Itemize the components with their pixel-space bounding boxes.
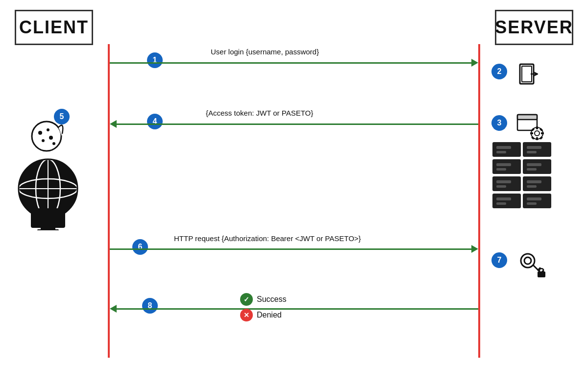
- svg-rect-35: [496, 197, 511, 200]
- svg-rect-29: [496, 180, 511, 183]
- arrow-label-6: HTTP request {Authorization: Bearer <JWT…: [174, 234, 361, 243]
- arrow-head-8: [110, 305, 117, 313]
- svg-rect-26: [527, 163, 541, 166]
- svg-point-42: [47, 128, 49, 131]
- response-denied-row: ✕ Denied: [240, 309, 286, 321]
- server-box: SERVER: [495, 10, 573, 45]
- svg-rect-8: [536, 126, 538, 129]
- server-login-icon: [516, 61, 541, 89]
- response-success-row: ✓ Success: [240, 293, 286, 306]
- svg-rect-60: [538, 271, 545, 277]
- arrow-line-4: [117, 123, 478, 125]
- vline-right: [478, 44, 480, 358]
- svg-rect-22: [492, 159, 521, 174]
- badge-7: 7: [491, 252, 507, 268]
- svg-rect-18: [496, 151, 506, 153]
- svg-rect-52: [31, 208, 65, 228]
- client-label: CLIENT: [19, 17, 89, 38]
- svg-rect-34: [492, 194, 521, 208]
- denied-label: Denied: [257, 311, 282, 319]
- svg-point-44: [42, 139, 45, 142]
- svg-rect-36: [496, 202, 506, 205]
- success-icon: ✓: [240, 293, 253, 306]
- arrow-head-1: [471, 59, 478, 67]
- arrow-head-4: [110, 120, 117, 128]
- arrow-line-6: [110, 248, 471, 250]
- arrow-row-4: [110, 120, 478, 128]
- response-items: ✓ Success ✕ Denied: [240, 293, 286, 324]
- svg-point-43: [49, 136, 53, 140]
- svg-rect-5: [517, 115, 537, 120]
- svg-point-41: [38, 131, 42, 135]
- client-box: CLIENT: [15, 10, 93, 45]
- diagram: CLIENT SERVER 1 User login {username, pa…: [0, 0, 588, 368]
- svg-rect-20: [527, 146, 541, 149]
- arrow-line-8: [117, 308, 478, 310]
- arrow-row-6: [110, 245, 478, 253]
- svg-rect-19: [523, 142, 551, 157]
- svg-rect-24: [496, 168, 506, 171]
- svg-rect-1: [522, 66, 532, 82]
- badge-2: 2: [491, 64, 507, 79]
- svg-rect-17: [496, 146, 511, 149]
- svg-rect-54: [37, 229, 59, 230]
- svg-rect-25: [523, 159, 551, 174]
- arrow-row-1: [110, 59, 478, 67]
- svg-rect-23: [496, 163, 511, 166]
- svg-rect-21: [527, 151, 537, 153]
- svg-rect-10: [530, 132, 533, 134]
- denied-icon: ✕: [240, 309, 253, 321]
- svg-rect-31: [523, 176, 551, 191]
- arrow-label-1: User login {username, password}: [211, 48, 319, 56]
- server-rack: [492, 142, 556, 227]
- globe-monitor-icon: [9, 145, 95, 232]
- svg-rect-27: [527, 168, 537, 171]
- key-lock-icon: [518, 250, 546, 280]
- svg-rect-37: [523, 194, 551, 208]
- svg-rect-28: [492, 176, 521, 191]
- arrow-line-1: [110, 62, 471, 64]
- svg-rect-32: [527, 180, 541, 183]
- svg-rect-16: [492, 142, 521, 157]
- arrow-label-4: {Access token: JWT or PASETO}: [206, 109, 313, 117]
- badge-3: 3: [491, 115, 507, 131]
- success-label: Success: [257, 295, 286, 304]
- svg-point-7: [535, 131, 539, 136]
- svg-rect-9: [536, 137, 538, 140]
- svg-rect-33: [527, 185, 537, 188]
- svg-point-56: [524, 257, 531, 264]
- svg-rect-39: [527, 202, 537, 205]
- svg-rect-30: [496, 185, 506, 188]
- arrow-row-8: [110, 305, 478, 313]
- server-settings-icon: [515, 112, 544, 142]
- arrow-head-6: [471, 245, 478, 253]
- svg-rect-38: [527, 197, 541, 200]
- svg-rect-11: [541, 132, 544, 134]
- server-label: SERVER: [495, 17, 573, 38]
